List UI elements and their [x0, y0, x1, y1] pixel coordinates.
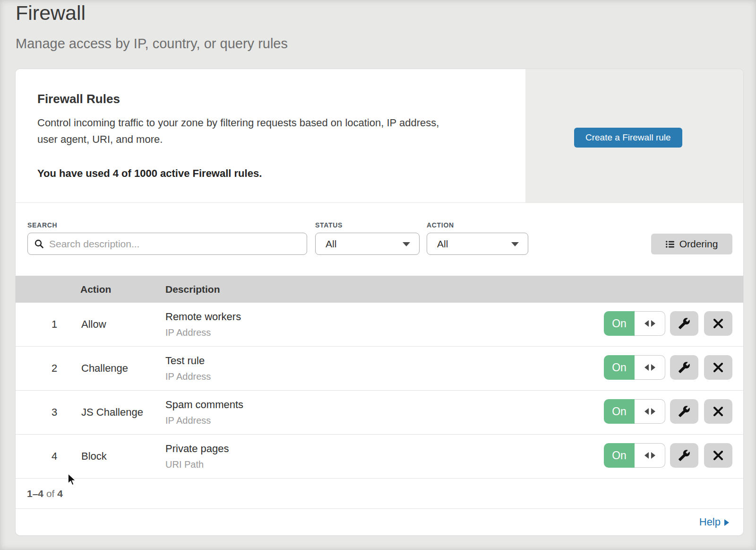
toggle-slider-segment[interactable]: [635, 399, 665, 424]
help-link-label: Help: [699, 509, 721, 535]
rule-action: Allow: [81, 318, 106, 331]
search-icon: [34, 239, 43, 248]
rule-priority: 2: [45, 362, 64, 375]
table-row: 3 JS Challenge Spam comments IP Address …: [16, 391, 743, 435]
search-label: SEARCH: [27, 222, 57, 228]
delete-rule-button[interactable]: [704, 355, 732, 380]
status-select[interactable]: All: [315, 233, 420, 255]
rule-description-block: Remote workers IP Address: [165, 312, 241, 337]
toggle-on-segment[interactable]: On: [604, 443, 635, 468]
edit-rule-button[interactable]: [670, 443, 698, 468]
rule-description-block: Test rule IP Address: [165, 356, 211, 381]
create-firewall-rule-button[interactable]: Create a Firewall rule: [574, 128, 682, 148]
toggle-right-arrow-icon: [651, 408, 655, 415]
edit-rule-button[interactable]: [670, 399, 698, 424]
ordering-button[interactable]: Ordering: [651, 234, 732, 254]
rules-usage: You have used 4 of 1000 active Firewall …: [37, 168, 262, 179]
action-label: ACTION: [427, 222, 454, 228]
rule-action: Challenge: [81, 362, 128, 375]
action-select[interactable]: All: [427, 233, 528, 255]
rule-match-type: IP Address: [165, 372, 211, 381]
pagination-range: 1–4: [27, 488, 43, 499]
help-link[interactable]: Help: [699, 509, 729, 535]
table-row: 1 Allow Remote workers IP Address On: [16, 303, 743, 347]
toggle-right-arrow-icon: [651, 452, 655, 459]
page-subtitle: Manage access by IP, country, or query r…: [16, 37, 288, 51]
toggle-on-segment[interactable]: On: [604, 311, 635, 336]
toggle-slider-segment[interactable]: [635, 311, 665, 336]
delete-rule-button[interactable]: [704, 311, 732, 336]
close-icon: [713, 406, 724, 417]
rules-summary-section: Firewall Rules Control incoming traffic …: [16, 69, 743, 202]
wrench-icon: [678, 361, 690, 374]
toggle-on-segment[interactable]: On: [604, 355, 635, 380]
close-icon: [713, 318, 724, 329]
rule-match-type: URI Path: [165, 460, 229, 469]
rule-description: Remote workers: [165, 312, 241, 322]
create-rule-panel: Create a Firewall rule: [525, 69, 743, 202]
toggle-left-arrow-icon: [644, 452, 649, 459]
rule-description: Test rule: [165, 356, 211, 366]
search-input[interactable]: [49, 233, 304, 254]
firewall-rules-card: Firewall Rules Control incoming traffic …: [16, 69, 743, 535]
arrow-right-icon: [724, 519, 729, 526]
rule-description: Private pages: [165, 444, 229, 454]
rule-description: Spam comments: [165, 400, 243, 410]
close-icon: [713, 362, 724, 373]
chevron-down-icon: [511, 242, 519, 246]
pagination: 1–4 of 4: [16, 479, 743, 509]
column-header-description: Description: [165, 276, 220, 303]
rule-action: Block: [81, 450, 107, 463]
edit-rule-button[interactable]: [670, 311, 698, 336]
rule-priority: 1: [45, 318, 64, 331]
wrench-icon: [678, 449, 690, 462]
pagination-of-text: of: [46, 488, 55, 499]
status-select-value: All: [326, 238, 336, 249]
rule-priority: 4: [45, 450, 64, 463]
page-title: Firewall: [16, 3, 86, 23]
delete-rule-button[interactable]: [704, 443, 732, 468]
toggle-on-segment[interactable]: On: [604, 399, 635, 424]
toggle-left-arrow-icon: [644, 320, 649, 327]
toggle-slider-segment[interactable]: [635, 355, 665, 380]
rule-match-type: IP Address: [165, 328, 241, 337]
rule-action: JS Challenge: [81, 406, 143, 419]
help-row: Help: [16, 509, 743, 535]
status-label: STATUS: [315, 222, 343, 228]
table-header: Action Description: [16, 276, 743, 303]
table-row: 2 Challenge Test rule IP Address On: [16, 347, 743, 391]
toggle-slider-segment[interactable]: [635, 443, 665, 468]
rule-enabled-toggle[interactable]: On: [604, 355, 665, 380]
table-row: 4 Block Private pages URI Path On: [16, 435, 743, 479]
rule-description-block: Private pages URI Path: [165, 444, 229, 469]
rules-description-line1: Control incoming traffic to your zone by…: [37, 114, 439, 131]
ordering-button-label: Ordering: [679, 238, 718, 250]
filter-section: SEARCH STATUS ACTION All All Ordering: [16, 202, 743, 276]
pagination-total: 4: [57, 488, 63, 499]
delete-rule-button[interactable]: [704, 399, 732, 424]
toggle-left-arrow-icon: [644, 364, 649, 371]
close-icon: [713, 450, 724, 461]
edit-rule-button[interactable]: [670, 355, 698, 380]
action-select-value: All: [437, 238, 448, 249]
rules-description-line2: user agent, URI, and more.: [37, 131, 439, 148]
rules-table-body: 1 Allow Remote workers IP Address On: [16, 303, 743, 479]
rule-enabled-toggle[interactable]: On: [604, 443, 665, 468]
wrench-icon: [678, 405, 690, 418]
mouse-cursor: [67, 473, 79, 486]
rule-match-type: IP Address: [165, 416, 243, 425]
search-box: [27, 233, 307, 255]
toggle-right-arrow-icon: [651, 364, 655, 371]
rule-priority: 3: [45, 406, 64, 419]
rule-enabled-toggle[interactable]: On: [604, 399, 665, 424]
wrench-icon: [678, 317, 690, 330]
rules-description: Control incoming traffic to your zone by…: [37, 114, 439, 148]
rule-description-block: Spam comments IP Address: [165, 400, 243, 425]
toggle-left-arrow-icon: [644, 408, 649, 415]
chevron-down-icon: [403, 242, 410, 246]
rule-enabled-toggle[interactable]: On: [604, 311, 665, 336]
rules-heading: Firewall Rules: [37, 93, 120, 105]
ordered-list-icon: [666, 241, 674, 248]
column-header-action: Action: [80, 276, 111, 303]
toggle-right-arrow-icon: [651, 320, 655, 327]
